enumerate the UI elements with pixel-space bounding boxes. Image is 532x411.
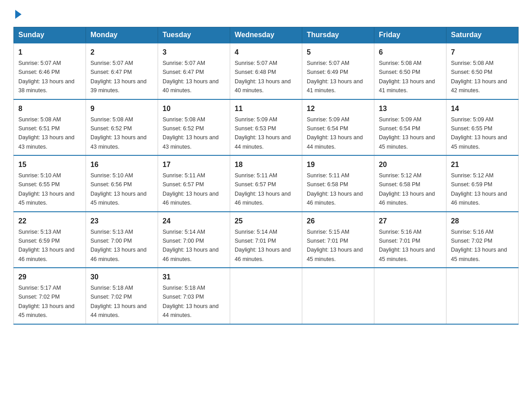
day-info: Sunrise: 5:12 AMSunset: 6:59 PMDaylight:… — [451, 172, 507, 206]
calendar-cell: 12 Sunrise: 5:09 AMSunset: 6:54 PMDaylig… — [302, 99, 374, 156]
calendar-table: SundayMondayTuesdayWednesdayThursdayFrid… — [13, 27, 519, 325]
day-info: Sunrise: 5:17 AMSunset: 7:02 PMDaylight:… — [18, 285, 74, 318]
calendar-week-3: 15 Sunrise: 5:10 AMSunset: 6:55 PMDaylig… — [14, 155, 519, 212]
calendar-header-row: SundayMondayTuesdayWednesdayThursdayFrid… — [14, 27, 519, 43]
calendar-week-4: 22 Sunrise: 5:13 AMSunset: 6:59 PMDaylig… — [14, 212, 519, 268]
calendar-cell: 19 Sunrise: 5:11 AMSunset: 6:58 PMDaylig… — [302, 155, 374, 212]
calendar-cell: 16 Sunrise: 5:10 AMSunset: 6:56 PMDaylig… — [86, 155, 158, 212]
day-info: Sunrise: 5:07 AMSunset: 6:48 PMDaylight:… — [235, 60, 291, 94]
day-info: Sunrise: 5:10 AMSunset: 6:55 PMDaylight:… — [18, 172, 74, 206]
day-number: 6 — [379, 47, 442, 58]
calendar-week-2: 8 Sunrise: 5:08 AMSunset: 6:51 PMDayligh… — [14, 99, 519, 156]
calendar-cell — [230, 268, 302, 324]
day-info: Sunrise: 5:18 AMSunset: 7:03 PMDaylight:… — [163, 285, 219, 318]
calendar-cell: 28 Sunrise: 5:16 AMSunset: 7:02 PMDaylig… — [446, 212, 519, 268]
day-info: Sunrise: 5:09 AMSunset: 6:54 PMDaylight:… — [379, 116, 435, 150]
page-header — [13, 9, 519, 18]
calendar-cell — [374, 268, 446, 324]
header-thursday: Thursday — [302, 27, 374, 43]
day-info: Sunrise: 5:16 AMSunset: 7:01 PMDaylight:… — [379, 229, 435, 262]
day-info: Sunrise: 5:11 AMSunset: 6:57 PMDaylight:… — [163, 172, 219, 206]
day-number: 26 — [307, 216, 369, 227]
calendar-cell: 18 Sunrise: 5:11 AMSunset: 6:57 PMDaylig… — [230, 155, 302, 212]
header-sunday: Sunday — [14, 27, 86, 43]
day-number: 2 — [90, 47, 153, 58]
calendar-cell: 22 Sunrise: 5:13 AMSunset: 6:59 PMDaylig… — [14, 212, 86, 268]
calendar-cell: 7 Sunrise: 5:08 AMSunset: 6:50 PMDayligh… — [446, 43, 519, 99]
calendar-cell: 3 Sunrise: 5:07 AMSunset: 6:47 PMDayligh… — [158, 43, 230, 99]
day-info: Sunrise: 5:08 AMSunset: 6:52 PMDaylight:… — [163, 116, 219, 150]
day-info: Sunrise: 5:07 AMSunset: 6:47 PMDaylight:… — [90, 60, 146, 94]
calendar-cell: 5 Sunrise: 5:07 AMSunset: 6:49 PMDayligh… — [302, 43, 374, 99]
day-number: 31 — [163, 272, 225, 283]
day-number: 14 — [451, 103, 514, 114]
day-number: 12 — [307, 103, 369, 114]
day-info: Sunrise: 5:13 AMSunset: 6:59 PMDaylight:… — [18, 229, 74, 262]
day-info: Sunrise: 5:08 AMSunset: 6:50 PMDaylight:… — [451, 60, 507, 94]
calendar-cell — [302, 268, 374, 324]
day-info: Sunrise: 5:11 AMSunset: 6:57 PMDaylight:… — [235, 172, 291, 206]
calendar-cell — [446, 268, 519, 324]
calendar-cell: 21 Sunrise: 5:12 AMSunset: 6:59 PMDaylig… — [446, 155, 519, 212]
day-number: 9 — [90, 103, 153, 114]
day-number: 16 — [90, 159, 153, 170]
calendar-cell: 11 Sunrise: 5:09 AMSunset: 6:53 PMDaylig… — [230, 99, 302, 156]
day-number: 5 — [307, 47, 369, 58]
day-number: 22 — [18, 216, 81, 227]
calendar-cell: 26 Sunrise: 5:15 AMSunset: 7:01 PMDaylig… — [302, 212, 374, 268]
calendar-cell: 6 Sunrise: 5:08 AMSunset: 6:50 PMDayligh… — [374, 43, 446, 99]
header-wednesday: Wednesday — [230, 27, 302, 43]
day-info: Sunrise: 5:09 AMSunset: 6:54 PMDaylight:… — [307, 116, 363, 150]
header-tuesday: Tuesday — [158, 27, 230, 43]
day-number: 28 — [451, 216, 514, 227]
day-number: 25 — [235, 216, 297, 227]
day-number: 8 — [18, 103, 81, 114]
day-info: Sunrise: 5:15 AMSunset: 7:01 PMDaylight:… — [307, 229, 363, 262]
day-number: 30 — [90, 272, 153, 283]
day-number: 23 — [90, 216, 153, 227]
day-info: Sunrise: 5:08 AMSunset: 6:51 PMDaylight:… — [18, 116, 74, 150]
calendar-cell: 13 Sunrise: 5:09 AMSunset: 6:54 PMDaylig… — [374, 99, 446, 156]
calendar-cell: 15 Sunrise: 5:10 AMSunset: 6:55 PMDaylig… — [14, 155, 86, 212]
day-number: 21 — [451, 159, 514, 170]
calendar-cell: 2 Sunrise: 5:07 AMSunset: 6:47 PMDayligh… — [86, 43, 158, 99]
calendar-cell: 24 Sunrise: 5:14 AMSunset: 7:00 PMDaylig… — [158, 212, 230, 268]
day-number: 10 — [163, 103, 225, 114]
day-number: 11 — [235, 103, 297, 114]
calendar-cell: 30 Sunrise: 5:18 AMSunset: 7:02 PMDaylig… — [86, 268, 158, 324]
calendar-week-1: 1 Sunrise: 5:07 AMSunset: 6:46 PMDayligh… — [14, 43, 519, 99]
day-number: 24 — [163, 216, 225, 227]
day-info: Sunrise: 5:07 AMSunset: 6:49 PMDaylight:… — [307, 60, 363, 94]
day-info: Sunrise: 5:09 AMSunset: 6:55 PMDaylight:… — [451, 116, 507, 150]
calendar-cell: 8 Sunrise: 5:08 AMSunset: 6:51 PMDayligh… — [14, 99, 86, 156]
calendar-cell: 29 Sunrise: 5:17 AMSunset: 7:02 PMDaylig… — [14, 268, 86, 324]
day-number: 27 — [379, 216, 442, 227]
day-info: Sunrise: 5:09 AMSunset: 6:53 PMDaylight:… — [235, 116, 291, 150]
calendar-cell: 23 Sunrise: 5:13 AMSunset: 7:00 PMDaylig… — [86, 212, 158, 268]
calendar-cell: 17 Sunrise: 5:11 AMSunset: 6:57 PMDaylig… — [158, 155, 230, 212]
calendar-cell: 10 Sunrise: 5:08 AMSunset: 6:52 PMDaylig… — [158, 99, 230, 156]
day-info: Sunrise: 5:08 AMSunset: 6:52 PMDaylight:… — [90, 116, 146, 150]
day-number: 17 — [163, 159, 225, 170]
day-info: Sunrise: 5:14 AMSunset: 7:00 PMDaylight:… — [163, 229, 219, 262]
day-info: Sunrise: 5:11 AMSunset: 6:58 PMDaylight:… — [307, 172, 363, 206]
calendar-cell: 1 Sunrise: 5:07 AMSunset: 6:46 PMDayligh… — [14, 43, 86, 99]
calendar-week-5: 29 Sunrise: 5:17 AMSunset: 7:02 PMDaylig… — [14, 268, 519, 324]
header-saturday: Saturday — [446, 27, 519, 43]
day-number: 29 — [18, 272, 81, 283]
logo-arrow-icon — [15, 10, 21, 19]
day-number: 15 — [18, 159, 81, 170]
day-number: 7 — [451, 47, 514, 58]
header-monday: Monday — [86, 27, 158, 43]
day-info: Sunrise: 5:10 AMSunset: 6:56 PMDaylight:… — [90, 172, 146, 206]
day-number: 20 — [379, 159, 442, 170]
calendar-cell: 4 Sunrise: 5:07 AMSunset: 6:48 PMDayligh… — [230, 43, 302, 99]
day-info: Sunrise: 5:12 AMSunset: 6:58 PMDaylight:… — [379, 172, 435, 206]
calendar-cell: 9 Sunrise: 5:08 AMSunset: 6:52 PMDayligh… — [86, 99, 158, 156]
day-info: Sunrise: 5:07 AMSunset: 6:46 PMDaylight:… — [18, 60, 74, 94]
day-info: Sunrise: 5:18 AMSunset: 7:02 PMDaylight:… — [90, 285, 146, 318]
calendar-cell: 14 Sunrise: 5:09 AMSunset: 6:55 PMDaylig… — [446, 99, 519, 156]
calendar-cell: 25 Sunrise: 5:14 AMSunset: 7:01 PMDaylig… — [230, 212, 302, 268]
calendar-cell: 20 Sunrise: 5:12 AMSunset: 6:58 PMDaylig… — [374, 155, 446, 212]
day-number: 4 — [235, 47, 297, 58]
